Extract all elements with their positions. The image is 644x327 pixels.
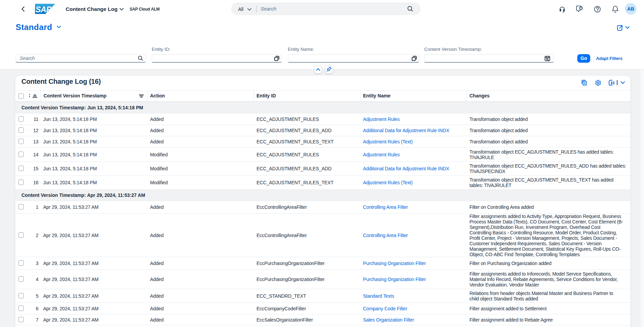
svg-text:SAP: SAP	[36, 5, 52, 14]
